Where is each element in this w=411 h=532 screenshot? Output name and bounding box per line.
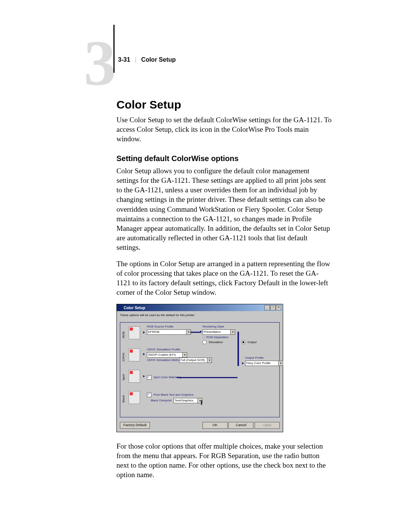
app-icon bbox=[118, 306, 122, 310]
rendering-style-value: Presentation bbox=[204, 330, 221, 334]
apply-button[interactable]: Apply bbox=[255, 422, 280, 429]
paragraph-3: For those color options that offer multi… bbox=[116, 441, 332, 479]
main-content: Color Setup Use Color Setup to set the d… bbox=[116, 98, 332, 487]
output-profile-value: Fiery Color Profile bbox=[246, 361, 271, 365]
output-profile-label: Output Profile bbox=[245, 356, 264, 359]
close-icon[interactable]: × bbox=[276, 305, 281, 310]
output-radio[interactable] bbox=[241, 340, 245, 344]
rgb-source-profile-label: RGB Source Profile bbox=[147, 325, 174, 328]
output-profile-dropdown[interactable]: Fiery Color Profile ▾ bbox=[245, 361, 283, 366]
runhead-separator: | bbox=[135, 56, 136, 63]
intro-paragraph: Use Color Setup to set the default Color… bbox=[116, 115, 332, 144]
factory-default-button[interactable]: Factory Default bbox=[120, 422, 150, 429]
dialog-note: These options will be used as the defaul… bbox=[117, 311, 283, 321]
maximize-icon[interactable]: □ bbox=[270, 305, 276, 310]
rgb-source-profile-value: EFIRGB bbox=[148, 330, 159, 334]
section-heading-h1: Color Setup bbox=[116, 98, 332, 111]
spot-thumb-icon bbox=[129, 370, 140, 383]
cmyk-simulation-profile-label: CMYK Simulation Profile bbox=[147, 348, 180, 351]
simulation-radio[interactable] bbox=[202, 340, 207, 344]
cmyk-thumb-icon bbox=[129, 348, 140, 361]
black-section-label: Black bbox=[122, 391, 129, 406]
cmyk-simulation-method-dropdown[interactable]: Full (Output GCR) ▾ bbox=[179, 358, 212, 363]
cmyk-simulation-method-value: Full (Output GCR) bbox=[180, 358, 205, 362]
rendering-style-label: Rendering Style bbox=[202, 325, 224, 328]
document-page: 3 3-31 | Color Setup Color Setup Use Col… bbox=[0, 0, 411, 532]
black-overprint-dropdown[interactable]: Text/Graphics ▾ bbox=[174, 398, 202, 403]
color-setup-dialog: Color Setup _ □ × These options will be … bbox=[116, 304, 283, 432]
output-radio-label: Output bbox=[247, 340, 256, 344]
dialog-titlebar: Color Setup _ □ × bbox=[117, 304, 283, 311]
cmyk-section-label: CMYK bbox=[122, 349, 129, 364]
black-thumb-icon bbox=[129, 391, 140, 404]
dialog-footer: Factory Default OK Cancel Apply bbox=[117, 420, 283, 432]
color-flow-diagram: RGB CMYK Spot Black RGB Source Profile E… bbox=[120, 322, 280, 417]
dialog-title: Color Setup bbox=[124, 306, 145, 310]
page-number: 3-31 bbox=[118, 56, 130, 63]
rgb-separation-label: ☐RGB Separation bbox=[202, 335, 228, 339]
ok-button[interactable]: OK bbox=[202, 422, 228, 429]
minimize-icon[interactable]: _ bbox=[264, 305, 270, 310]
spot-color-matching-checkbox[interactable] bbox=[147, 375, 151, 380]
simulation-radio-label: Simulation bbox=[209, 340, 223, 344]
cmyk-simulation-profile-dropdown[interactable]: SWOP-Coated (EFI) ▾ bbox=[147, 352, 187, 358]
chevron-down-icon: ▾ bbox=[182, 353, 187, 357]
black-overprint-label: Black Overprint bbox=[151, 399, 172, 402]
rgb-source-profile-dropdown[interactable]: EFIRGB ▾ bbox=[147, 329, 191, 335]
rgb-thumb-icon bbox=[129, 326, 140, 339]
cmyk-simulation-method-label: CMYK Simulation Method bbox=[147, 358, 182, 362]
pure-black-label: Pure Black Text and Graphics bbox=[153, 393, 193, 396]
paragraph-2: The options in Color Setup are arranged … bbox=[116, 259, 332, 297]
rgb-section-label: RGB bbox=[122, 327, 129, 342]
cmyk-simulation-profile-value: SWOP-Coated (EFI) bbox=[148, 353, 176, 356]
black-overprint-value: Text/Graphics bbox=[175, 399, 193, 402]
rendering-style-dropdown[interactable]: Presentation ▾ bbox=[202, 329, 235, 335]
paragraph-1: Color Setup allows you to configure the … bbox=[116, 166, 332, 252]
spot-section-label: Spot bbox=[122, 371, 129, 384]
cancel-button[interactable]: Cancel bbox=[228, 422, 253, 429]
header-divider bbox=[113, 25, 115, 73]
chevron-down-icon: ▾ bbox=[230, 330, 235, 334]
chevron-down-icon: ▾ bbox=[278, 361, 283, 366]
chapter-number-watermark: 3 bbox=[84, 30, 116, 95]
runhead-title: Color Setup bbox=[141, 56, 176, 63]
chevron-down-icon: ▾ bbox=[207, 358, 212, 363]
pure-black-checkbox[interactable] bbox=[147, 393, 151, 397]
running-head: 3-31 | Color Setup bbox=[118, 56, 176, 63]
section-heading-h2: Setting default ColorWise options bbox=[116, 154, 332, 163]
